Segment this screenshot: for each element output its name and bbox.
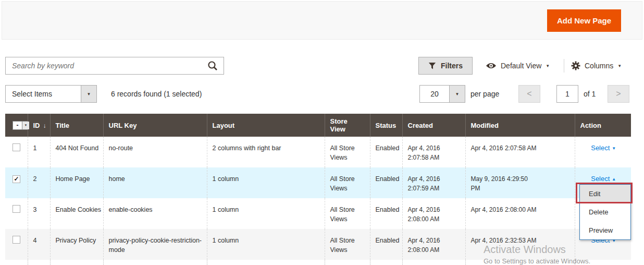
table-row: 1 404 Not Found no-route 2 columns with … xyxy=(5,137,631,167)
columns-label: Columns xyxy=(585,62,613,70)
table-header-row: - ▼ ID↓ Title URL Key Layout Store View … xyxy=(5,114,631,137)
caret-up-icon: ▲ xyxy=(612,177,616,182)
cell-modified: Apr 4, 2016 2:07:58 AM xyxy=(465,137,575,167)
keyword-search xyxy=(5,57,224,75)
row-checkbox-checked[interactable]: ✓ xyxy=(13,175,20,183)
per-page-value: 20 xyxy=(420,86,449,102)
cell-id: 3 xyxy=(28,198,50,229)
cell-created: Apr 4, 2016 2:08:00 AM xyxy=(402,229,465,260)
cell-modified: Apr 4, 2016 2:08:00 AM xyxy=(465,198,575,229)
filters-label: Filters xyxy=(441,62,463,70)
add-new-page-button[interactable]: Add New Page xyxy=(547,9,621,32)
column-header-status[interactable]: Status xyxy=(370,114,402,137)
cell-id: 1 xyxy=(28,137,50,167)
cms-pages-table: - ▼ ID↓ Title URL Key Layout Store View … xyxy=(5,114,631,265)
cell-status: Enabled xyxy=(370,137,402,167)
cell-status: Enabled xyxy=(370,167,402,198)
cell-store-view: All Store Views xyxy=(325,137,370,167)
caret-down-icon: ▼ xyxy=(612,146,616,151)
column-header-store-view[interactable]: Store View xyxy=(325,114,370,137)
cell-id: 2 xyxy=(28,167,50,198)
search-icon[interactable] xyxy=(202,57,224,74)
cell-status: Enabled xyxy=(370,229,402,260)
cell-status: Enabled xyxy=(370,198,402,229)
row-action-select-open[interactable]: Select▲ xyxy=(591,175,616,183)
cell-created: Apr 4, 2016 2:08:00 AM xyxy=(402,198,465,229)
cell-store-view: All Store Views xyxy=(325,229,370,260)
column-header-url-key[interactable]: URL Key xyxy=(103,114,207,137)
cell-store-view: All Store Views xyxy=(325,198,370,229)
cell-modified: Apr 4, 2016 2:32:53 AM xyxy=(465,229,575,260)
per-page-select[interactable]: 20 ▼ xyxy=(419,85,465,103)
caret-down-icon: ▼ xyxy=(617,64,622,68)
cell-store-view: All Store Views xyxy=(325,167,370,198)
cell-url-key: no-route xyxy=(103,137,207,167)
action-menu-item-edit[interactable]: Edit xyxy=(580,185,630,203)
eye-icon xyxy=(486,62,497,69)
default-view-dropdown[interactable]: Default View ▼ xyxy=(486,57,550,75)
column-header-title[interactable]: Title xyxy=(50,114,103,137)
caret-down-icon[interactable]: ▼ xyxy=(449,86,465,102)
cell-url-key: enable-cookies xyxy=(103,198,207,229)
controls-divider xyxy=(564,59,564,73)
previous-page-button[interactable]: < xyxy=(518,85,540,103)
cell-created: Apr 4, 2016 2:07:59 AM xyxy=(402,167,465,198)
filters-button[interactable]: Filters xyxy=(418,57,473,75)
column-header-created[interactable]: Created xyxy=(402,114,465,137)
cell-layout: 1 column xyxy=(207,229,325,260)
cell-title: Privacy Policy xyxy=(50,229,103,260)
caret-down-icon[interactable]: ▼ xyxy=(22,122,29,129)
page-header-strip xyxy=(2,1,642,40)
records-summary: 6 records found (1 selected) xyxy=(111,85,202,103)
row-action-menu: Edit Delete Preview xyxy=(579,184,631,240)
caret-down-icon: ▼ xyxy=(546,64,550,68)
column-header-modified[interactable]: Modified xyxy=(465,114,575,137)
current-page-input[interactable] xyxy=(556,85,578,103)
cell-layout: 2 columns with right bar xyxy=(207,137,325,167)
filter-funnel-icon xyxy=(428,62,436,70)
table-row: 4 Privacy Policy privacy-policy-cookie-r… xyxy=(5,229,631,260)
cell-layout: 1 column xyxy=(207,167,325,198)
cell-title: 404 Not Found xyxy=(50,137,103,167)
sort-descending-icon: ↓ xyxy=(43,122,46,129)
per-page-label: per page xyxy=(470,85,499,103)
cell-id: 4 xyxy=(28,229,50,260)
column-header-id[interactable]: ID↓ xyxy=(28,114,50,137)
cell-title: Enable Cookies xyxy=(50,198,103,229)
cell-title: Home Page xyxy=(50,167,103,198)
column-header-layout[interactable]: Layout xyxy=(207,114,325,137)
table-row-selected: ✓ 2 Home Page home 1 column All Store Vi… xyxy=(5,167,631,198)
columns-dropdown[interactable]: Columns ▼ xyxy=(571,57,622,75)
cms-pages-grid-page: Add New Page Filters Default View ▼ xyxy=(0,0,644,265)
action-menu-item-preview[interactable]: Preview xyxy=(580,221,630,239)
table-row-partial xyxy=(5,260,631,265)
column-header-action: Action xyxy=(575,114,631,137)
cell-url-key: privacy-policy-cookie-restriction-mode xyxy=(103,229,207,260)
cell-layout: 1 column xyxy=(207,198,325,229)
total-pages-label: of 1 xyxy=(584,85,596,103)
next-page-button[interactable]: > xyxy=(608,85,629,103)
table-row: 3 Enable Cookies enable-cookies 1 column… xyxy=(5,198,631,229)
row-checkbox[interactable] xyxy=(13,205,20,213)
select-items-label: Select Items xyxy=(6,86,81,102)
row-checkbox[interactable] xyxy=(13,143,20,151)
caret-down-icon[interactable]: ▼ xyxy=(81,86,96,102)
select-all-dropdown[interactable]: - ▼ xyxy=(13,121,30,130)
gear-icon xyxy=(571,61,580,70)
indeterminate-checkbox-icon[interactable]: - xyxy=(13,122,22,129)
mass-action-select[interactable]: Select Items ▼ xyxy=(5,85,97,103)
cell-created: Apr 4, 2016 2:07:58 AM xyxy=(402,137,465,167)
cell-url-key: home xyxy=(103,167,207,198)
cell-modified: May 9, 2016 4:29:50 PM xyxy=(465,167,575,198)
search-input[interactable] xyxy=(6,57,202,74)
row-action-select[interactable]: Select▼ xyxy=(591,144,616,152)
row-checkbox[interactable] xyxy=(13,236,20,244)
action-menu-item-delete[interactable]: Delete xyxy=(580,203,630,221)
default-view-label: Default View xyxy=(501,62,541,70)
